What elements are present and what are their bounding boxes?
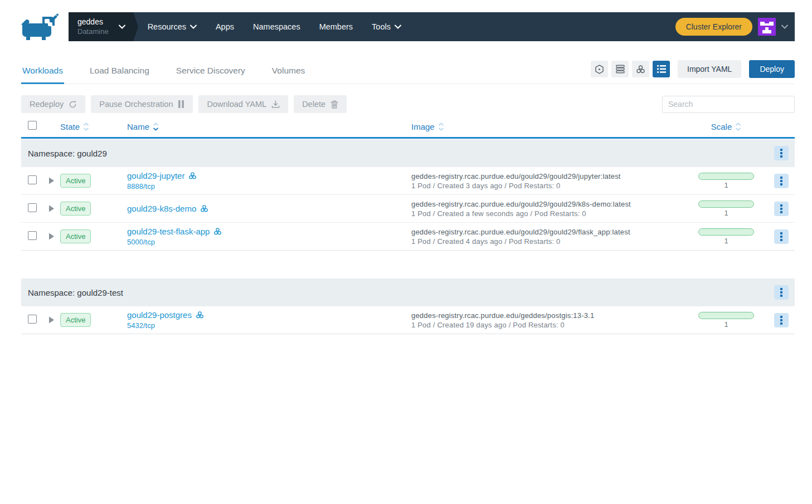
table-row: Active gould29-test-flask-app 5000/tcp g…: [21, 223, 795, 251]
stack-view-icon[interactable]: [611, 61, 629, 77]
row-checkbox[interactable]: [28, 175, 37, 184]
tab-service-discovery[interactable]: Service Discovery: [175, 61, 246, 84]
namespace-group-title: Namespace: gould29: [28, 149, 107, 158]
nav-item-label: Namespaces: [253, 22, 300, 31]
scale-value: 1: [724, 181, 728, 189]
table-row: Active gould29-k8s-demo geddes-registry.…: [21, 195, 795, 223]
rancher-logo: [20, 13, 59, 40]
namespace-group-header: Namespace: gould29-test: [21, 278, 795, 306]
list-view-icon[interactable]: [653, 61, 670, 77]
nav-item-label: Apps: [216, 22, 234, 31]
download-yaml-button[interactable]: Download YAML: [198, 95, 288, 113]
pod-meta: 1 Pod / Created a few seconds ago / Pod …: [411, 209, 684, 218]
nav-item-namespaces[interactable]: Namespaces: [253, 22, 300, 31]
user-menu-chevron-icon[interactable]: [781, 25, 788, 29]
row-checkbox[interactable]: [28, 315, 37, 324]
nav-item-label: Resources: [148, 22, 186, 31]
workload-name-link[interactable]: gould29-k8s-demo: [127, 204, 196, 213]
row-actions-menu-button[interactable]: [774, 174, 789, 188]
workload-cluster-icon: [200, 204, 208, 213]
nav-item-label: Members: [319, 22, 353, 31]
row-checkbox[interactable]: [28, 231, 37, 240]
expand-row-icon[interactable]: [48, 316, 55, 324]
column-header-state[interactable]: State: [60, 122, 127, 131]
chevron-down-icon: [395, 25, 401, 29]
tab-volumes[interactable]: Volumes: [271, 61, 306, 84]
pod-meta: 1 Pod / Created 4 days ago / Pod Restart…: [411, 237, 684, 246]
select-all-checkbox[interactable]: [28, 121, 37, 130]
namespace-group-header: Namespace: gould29: [21, 139, 795, 167]
import-yaml-button[interactable]: Import YAML: [678, 60, 741, 78]
workload-name-link[interactable]: gould29-test-flask-app: [127, 227, 210, 236]
redeploy-button[interactable]: Redeploy: [21, 95, 85, 113]
workload-name-link[interactable]: gould29-postgres: [127, 310, 192, 320]
search-input[interactable]: [662, 96, 795, 113]
expand-row-icon[interactable]: [48, 233, 55, 240]
workload-cluster-icon: [196, 311, 204, 319]
nav-item-resources[interactable]: Resources: [148, 22, 197, 31]
scale-bar: [698, 173, 754, 180]
table-row: Active gould29-postgres 5432/tcp geddes-…: [21, 306, 795, 334]
namespace-group-gould29-test: Namespace: gould29-test Active gould29-p…: [21, 278, 795, 334]
row-actions-menu-button[interactable]: [774, 313, 789, 327]
chevron-down-icon: [119, 25, 125, 29]
column-label: Image: [411, 122, 435, 131]
tab-workloads[interactable]: Workloads: [21, 61, 64, 84]
row-actions-menu-button[interactable]: [774, 229, 789, 244]
port-link[interactable]: 5000/tcp: [127, 238, 411, 246]
delete-label: Delete: [302, 100, 325, 109]
tab-load-balancing[interactable]: Load Balancing: [89, 61, 150, 84]
workload-cluster-icon: [213, 227, 222, 236]
sort-icon: [735, 123, 741, 131]
tabs-row: Workloads Load Balancing Service Discove…: [21, 60, 795, 84]
row-checkbox[interactable]: [28, 203, 37, 212]
scale-value: 1: [724, 209, 728, 217]
table-header: State Name Image Scale: [21, 121, 795, 139]
delete-button[interactable]: Delete: [294, 95, 347, 113]
status-badge: Active: [60, 202, 91, 216]
status-badge: Active: [60, 313, 91, 327]
port-link[interactable]: 5432/tcp: [127, 321, 411, 330]
redeploy-label: Redeploy: [30, 100, 64, 109]
nav-item-apps[interactable]: Apps: [216, 22, 234, 31]
sort-icon-active-desc: [153, 123, 159, 131]
column-header-name[interactable]: Name: [127, 122, 411, 131]
nav-menu: Resources Apps Namespaces Members Tools: [148, 22, 401, 31]
group-actions-menu-button[interactable]: [774, 285, 789, 300]
status-badge: Active: [60, 229, 91, 243]
table-row: Active gould29-jupyter 8888/tcp geddes-r…: [21, 167, 795, 195]
column-label: State: [60, 122, 80, 131]
pause-orchestration-button[interactable]: Pause Orchestration: [91, 95, 193, 113]
expand-row-icon[interactable]: [48, 177, 55, 184]
pod-meta: 1 Pod / Created 19 days ago / Pod Restar…: [411, 321, 684, 329]
pause-icon: [178, 100, 184, 108]
port-link[interactable]: 8888/tcp: [127, 182, 411, 190]
nav-item-tools[interactable]: Tools: [372, 22, 401, 31]
user-avatar[interactable]: [758, 18, 776, 36]
namespace-group-gould29: Namespace: gould29 Active gould29-jupyte…: [21, 139, 795, 251]
view-toggle-group: [591, 61, 670, 77]
workload-name-link[interactable]: gould29-jupyter: [127, 171, 184, 180]
row-actions-menu-button[interactable]: [774, 202, 789, 216]
image-name: geddes-registry.rcac.purdue.edu/geddes/p…: [411, 311, 684, 320]
column-header-scale[interactable]: Scale: [684, 122, 768, 131]
column-header-image[interactable]: Image: [411, 122, 684, 131]
cluster-name: geddes: [77, 17, 109, 27]
top-bar: geddes Datamine Resources Apps Namespace…: [0, 0, 812, 41]
column-label: Scale: [711, 122, 732, 131]
top-navigation: geddes Datamine Resources Apps Namespace…: [69, 12, 795, 41]
workload-cluster-icon: [188, 172, 197, 180]
deploy-button[interactable]: Deploy: [749, 60, 795, 78]
cluster-view-icon[interactable]: [632, 61, 649, 77]
sort-icon: [438, 123, 444, 131]
cluster-subtitle: Datamine: [77, 27, 109, 36]
scale-bar: [698, 312, 754, 319]
cluster-explorer-button[interactable]: Cluster Explorer: [675, 18, 752, 36]
sort-icon: [83, 123, 89, 131]
nav-item-members[interactable]: Members: [319, 22, 353, 31]
expand-row-icon[interactable]: [48, 205, 55, 212]
group-actions-menu-button[interactable]: [774, 146, 789, 160]
pod-view-icon[interactable]: [591, 61, 608, 77]
tab-list: Workloads Load Balancing Service Discove…: [21, 61, 306, 84]
cluster-selector[interactable]: geddes Datamine: [69, 12, 133, 41]
